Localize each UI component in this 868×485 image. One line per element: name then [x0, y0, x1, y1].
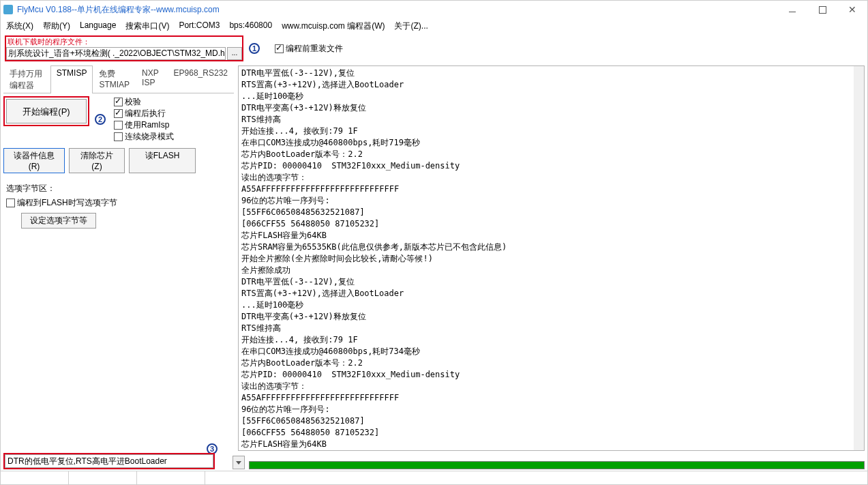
- write-optbytes-checkbox[interactable]: [6, 199, 15, 207]
- browse-button[interactable]: ...: [227, 47, 242, 60]
- statusbar-cell-2: [69, 471, 137, 484]
- bootmode-combo-highlight: DTR的低电平复位,RTS高电平进BootLoader: [3, 453, 215, 469]
- maximize-button[interactable]: [807, 1, 837, 18]
- menu-language[interactable]: Language: [80, 20, 116, 32]
- tab-stmiap[interactable]: 免费STMIAP: [93, 65, 136, 93]
- read-info-button[interactable]: 读器件信息(R): [3, 148, 65, 173]
- run-after-label: 编程后执行: [125, 108, 166, 119]
- close-button[interactable]: [837, 1, 867, 18]
- ramisp-label: 使用RamIsp: [125, 119, 169, 131]
- minimize-button[interactable]: [777, 1, 807, 18]
- main-area: 手持万用编程器 STMISP 免费STMIAP NXP ISP EP968_RS…: [1, 65, 867, 451]
- log-panel: DTR电平置低(-3--12V),复位 RTS置高(+3-+12V),选择进入B…: [238, 65, 865, 451]
- statusbar-cell-3: [137, 471, 205, 484]
- file-area-label: 联机下载时的程序文件：: [6, 37, 242, 47]
- menu-system[interactable]: 系统(X): [6, 20, 33, 32]
- reload-before-prog-row: 编程前重装文件: [275, 43, 343, 55]
- titlebar: FlyMcu V0.188--单片机在线编程专家--www.mcuisp.com: [1, 1, 867, 18]
- reload-before-prog-label: 编程前重装文件: [286, 43, 343, 55]
- bootmode-dropdown-button[interactable]: [233, 456, 245, 469]
- log-text[interactable]: DTR电平置低(-3--12V),复位 RTS置高(+3-+12V),选择进入B…: [239, 66, 864, 450]
- window-buttons: [777, 1, 867, 18]
- menu-site[interactable]: www.mcuisp.com 编程器(W): [282, 20, 385, 32]
- callout-2: 2: [95, 114, 106, 125]
- chain-checkbox[interactable]: [114, 132, 123, 141]
- file-path-input[interactable]: 刖系统设计_语音+环境检测( ._2022\OBJECT\STM32_MD.he…: [6, 47, 226, 60]
- option-bytes-title: 选项字节区：: [6, 183, 231, 194]
- set-optbytes-button[interactable]: 设定选项字节等: [21, 213, 96, 229]
- start-programming-button[interactable]: 开始编程(P): [6, 99, 87, 123]
- menu-help[interactable]: 帮助(Y): [43, 20, 70, 32]
- start-button-highlight: 开始编程(P): [3, 96, 89, 126]
- window-title: FlyMcu V0.188--单片机在线编程专家--www.mcuisp.com: [17, 4, 220, 16]
- statusbar-cell-1: [1, 471, 69, 484]
- menu-search[interactable]: 搜索串口(V): [125, 20, 169, 32]
- file-area-highlight: 联机下载时的程序文件： 刖系统设计_语音+环境检测( ._2022\OBJECT…: [5, 35, 243, 61]
- read-flash-button[interactable]: 读FLASH: [129, 148, 196, 173]
- log-scrollbar[interactable]: [854, 66, 864, 450]
- menu-port[interactable]: Port:COM3: [179, 20, 220, 32]
- bottom-area: 3 DTR的低电平复位,RTS高电平进BootLoader: [3, 453, 865, 469]
- tab-handheld[interactable]: 手持万用编程器: [3, 65, 50, 93]
- menu-bps[interactable]: bps:460800: [229, 20, 272, 32]
- verify-label: 校验: [125, 96, 141, 108]
- app-icon: [3, 5, 13, 14]
- tab-stmisp[interactable]: STMISP: [50, 65, 93, 93]
- chain-label: 连续烧录模式: [125, 131, 174, 143]
- app-window: FlyMcu V0.188--单片机在线编程专家--www.mcuisp.com…: [0, 0, 868, 485]
- progress-bar: [249, 461, 865, 469]
- tab-ep968[interactable]: EP968_RS232: [168, 65, 234, 93]
- tab-bar: 手持万用编程器 STMISP 免费STMIAP NXP ISP EP968_RS…: [3, 65, 234, 93]
- clear-chip-button[interactable]: 清除芯片(Z): [69, 148, 125, 173]
- file-row: 联机下载时的程序文件： 刖系统设计_语音+环境检测( ._2022\OBJECT…: [1, 34, 867, 65]
- left-panel: 手持万用编程器 STMISP 免费STMIAP NXP ISP EP968_RS…: [3, 65, 234, 451]
- menubar: 系统(X) 帮助(Y) Language 搜索串口(V) Port:COM3 b…: [1, 18, 867, 34]
- stmisp-body: 开始编程(P) 2 校验 编程后执行: [3, 93, 234, 231]
- write-optbytes-label: 编程到FLASH时写选项字节: [17, 197, 117, 209]
- callout-1: 1: [249, 43, 260, 54]
- menu-about[interactable]: 关于(Z)...: [394, 20, 428, 32]
- run-after-checkbox[interactable]: [114, 109, 123, 118]
- reload-before-prog-checkbox[interactable]: [275, 44, 284, 53]
- verify-checkbox[interactable]: [114, 98, 123, 106]
- tab-nxpisp[interactable]: NXP ISP: [136, 65, 167, 93]
- statusbar: [1, 471, 867, 484]
- bootmode-combo[interactable]: DTR的低电平复位,RTS高电平进BootLoader: [5, 454, 213, 468]
- ramisp-checkbox[interactable]: [114, 121, 123, 130]
